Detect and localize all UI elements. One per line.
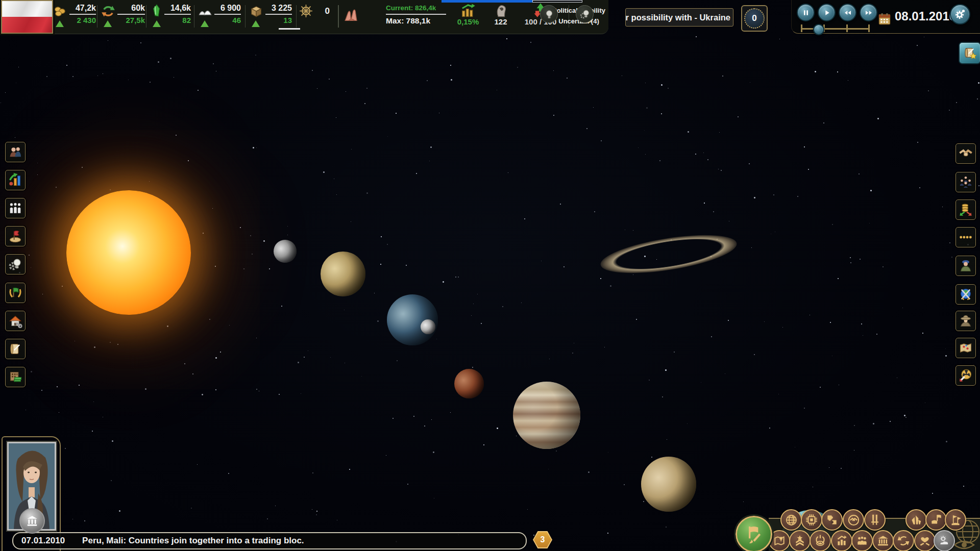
naval-value: 0 — [317, 6, 330, 16]
budget-icon — [8, 370, 22, 384]
menu-operations-button[interactable] — [955, 338, 976, 358]
economy-growth-icon — [460, 3, 476, 18]
two-flags-icon — [949, 513, 962, 527]
head-icon — [493, 3, 508, 18]
spy-icon — [959, 314, 973, 328]
menu-wars-button[interactable] — [955, 284, 976, 305]
overlay-scenarios-button[interactable] — [821, 509, 843, 531]
fast-forward-icon — [865, 9, 873, 17]
menu-cabinet-button[interactable] — [5, 142, 26, 162]
goods-delta: 13 — [265, 15, 292, 25]
menu-strategic-weapons-button[interactable] — [955, 365, 976, 386]
bulb-icon — [544, 9, 555, 20]
workforce-values: Current: 826,4k Max: 788,1k — [386, 4, 446, 26]
hands-heart-icon — [918, 534, 932, 547]
politics-laurel-flag-icon — [8, 286, 22, 300]
scroll-star-icon — [963, 46, 977, 60]
rewind-button[interactable] — [839, 4, 856, 21]
news-message: Peru, Mali: Countries join together into… — [82, 536, 304, 546]
menu-budget-button[interactable] — [5, 367, 26, 387]
game-speed-slider-track[interactable] — [801, 28, 869, 30]
overlay-resources-button[interactable] — [905, 509, 927, 531]
growth-value: 0,15% — [452, 18, 484, 26]
flag-hand-icon — [929, 513, 943, 527]
bulb-gear-icon — [579, 9, 591, 20]
settings-button[interactable] — [950, 4, 970, 24]
news-ticker[interactable]: 07.01.2010 Peru, Mali: Countries join to… — [12, 532, 527, 549]
crystals-icon — [910, 513, 923, 527]
menu-more-options-button[interactable] — [955, 227, 976, 247]
chip-icon — [805, 513, 818, 527]
slider-tick — [801, 24, 802, 32]
map-painting-button[interactable] — [736, 516, 772, 551]
alert-ticker[interactable]: ar possibility with - Ukraine — [625, 8, 733, 27]
trend-up-icon — [56, 20, 64, 27]
mode-military-ranks-button[interactable] — [789, 530, 811, 551]
uranium-value: 14,6k — [164, 3, 191, 13]
objectives-button[interactable] — [959, 42, 980, 64]
menu-statistics-button[interactable] — [5, 170, 26, 190]
play-icon — [823, 9, 831, 17]
rewind-icon — [844, 9, 852, 17]
organizations-icon — [959, 175, 973, 189]
overlay-agreements-button[interactable] — [843, 509, 864, 531]
menu-population-button[interactable] — [5, 198, 26, 218]
planet-mercury — [274, 240, 297, 263]
mode-demographics-button[interactable] — [851, 530, 873, 551]
menu-politics-button[interactable] — [5, 283, 26, 303]
flag-brush-icon — [744, 524, 764, 544]
menu-laws-button[interactable] — [5, 339, 26, 359]
mode-weather-button[interactable] — [934, 530, 955, 551]
weather-icon — [938, 534, 951, 547]
menu-regions-button[interactable] — [5, 226, 26, 246]
government-building-icon — [26, 514, 39, 528]
nuclear-icon — [959, 368, 973, 383]
government-badge-button[interactable] — [19, 508, 45, 534]
map-pin-icon — [773, 534, 786, 547]
progress-remainder — [532, 0, 582, 3]
country-flag-poland[interactable] — [1, 0, 53, 34]
overlay-conflicts-button[interactable] — [864, 509, 886, 531]
trend-up-icon — [104, 20, 112, 27]
menu-diplomacy-button[interactable] — [955, 143, 976, 164]
gear-icon — [954, 8, 966, 20]
alert-text: ar possibility with - Ukraine — [625, 13, 733, 22]
mode-alliances-button[interactable] — [914, 530, 936, 551]
menu-armed-forces-button[interactable] — [955, 256, 976, 276]
menu-organizations-button[interactable] — [955, 172, 976, 192]
menu-research-button[interactable] — [5, 254, 26, 274]
rank-chevrons-star-icon — [793, 534, 806, 547]
fast-forward-button[interactable] — [860, 4, 877, 21]
mode-surveillance-button[interactable] — [810, 530, 831, 551]
pause-button[interactable] — [797, 4, 815, 21]
trend-up-icon — [252, 20, 260, 27]
current-date: 08.01.2010 — [895, 9, 956, 23]
selected-underline — [279, 28, 300, 30]
people-group-icon — [855, 534, 869, 547]
building-columns-icon — [876, 534, 890, 547]
research-points-group[interactable]: 122 — [488, 0, 513, 34]
mode-trade-cycle-button[interactable] — [893, 530, 914, 551]
growth-group[interactable]: 0,15% — [452, 0, 484, 34]
overlay-claims-button[interactable] — [925, 509, 947, 531]
population-icon — [9, 202, 22, 215]
overlay-technology-button[interactable] — [801, 509, 822, 531]
auto-hints-bulb-gear-button[interactable] — [576, 5, 594, 23]
chart-bars-icon — [835, 534, 848, 547]
statistics-icon — [8, 173, 22, 187]
progress-fill — [442, 0, 532, 3]
overlay-world-button[interactable] — [780, 509, 802, 531]
mode-statistics-button[interactable] — [831, 530, 852, 551]
menu-espionage-button[interactable] — [955, 311, 976, 331]
overlay-relations-button[interactable] — [945, 509, 966, 531]
puzzle-icon — [825, 513, 839, 527]
menu-world-market-button[interactable] — [955, 199, 976, 220]
game-speed-slider-knob[interactable] — [813, 24, 824, 35]
hints-bulb-button[interactable] — [540, 5, 558, 23]
play-button[interactable] — [818, 4, 836, 21]
mode-government-button[interactable] — [872, 530, 894, 551]
agreements-handshake-icon — [847, 513, 861, 527]
menu-construction-button[interactable] — [5, 311, 26, 331]
alert-counter-frame[interactable]: 0 — [741, 5, 768, 32]
workforce-hands-icon — [343, 6, 360, 23]
